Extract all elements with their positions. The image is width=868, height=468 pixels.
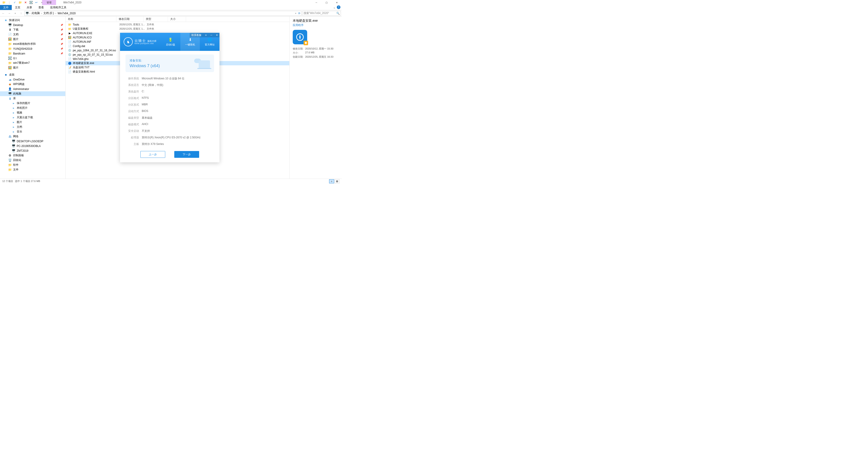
disk-icon[interactable]: 💽 [29, 0, 33, 5]
info-key: 启动方式 [125, 110, 142, 113]
window-close-button[interactable]: ✕ [332, 0, 342, 5]
nav-label: 桌面 [9, 73, 14, 76]
nav-software[interactable]: 📁软件 [0, 162, 65, 167]
nav-files[interactable]: 📁文件 [0, 167, 65, 172]
breadcrumb[interactable]: 文档 (E:) [42, 11, 55, 15]
nav-lib-item[interactable]: ▸图片 [0, 120, 65, 125]
address-bar[interactable]: 🖥️ › 此电脑 › 文档 (E:) › Win7x64_2020 ▾ ⟳ [24, 11, 302, 16]
nav-quick-item[interactable]: 📁Bandicam📌 [0, 51, 65, 56]
meta-key: 大小: [293, 51, 305, 55]
info-row: 主板英特尔 X79 Series [125, 141, 214, 148]
nav-this-pc[interactable]: 🖥️此电脑 [0, 91, 65, 96]
nav-lib-item[interactable]: ▸本机照片 [0, 105, 65, 110]
search-icon[interactable]: 🔍 [336, 12, 340, 15]
refresh-icon[interactable]: ⟳ [298, 12, 301, 15]
file-name: AUTORUN.EXE [73, 32, 118, 35]
nav-network-item[interactable]: 🖥️PC-20190530OBLA [0, 144, 65, 148]
check-icon[interactable]: ✓ [12, 0, 17, 5]
ribbon-collapse-icon[interactable]: ⌄ [333, 6, 336, 9]
nav-forward-button[interactable]: → [7, 11, 12, 16]
view-large-icon[interactable]: ▦ [335, 179, 340, 183]
wps-icon: ◆ [8, 83, 12, 86]
help-icon[interactable]: ? [337, 5, 340, 9]
info-row: 处理器英特尔(R) Xeon(R) CPU E5-2670 v2 @ 2.50G… [125, 134, 214, 141]
close-red-icon[interactable]: ✕ [23, 0, 28, 5]
file-icon: 💿 [68, 49, 71, 52]
lib-icon: ▸ [12, 106, 16, 110]
dialog-contact-button[interactable]: 联系客服 [190, 33, 203, 37]
nav-lib-item[interactable]: ▸音乐 [0, 129, 65, 134]
tab-app-tools[interactable]: 应用程序工具 [47, 5, 70, 10]
breadcrumb[interactable]: Win7x64_2020 [57, 12, 76, 15]
col-name[interactable]: 名称 [66, 17, 116, 22]
maximize-button[interactable]: ▢ [321, 0, 332, 5]
nav-network-item[interactable]: 🖥️ZMT2019 [0, 148, 65, 153]
details-title: 本地硬盘安装.exe [293, 19, 339, 23]
minimize-button[interactable]: ─ [311, 0, 321, 5]
nav-up-button[interactable]: ↑ [19, 11, 24, 16]
item-icon: 📁 [8, 42, 12, 46]
nav-onedrive[interactable]: ☁OneDrive [0, 77, 65, 82]
folder-icon[interactable]: 📁 [1, 0, 6, 5]
nav-network[interactable]: 🖧网络 [0, 134, 65, 139]
dialog-minimize-button[interactable]: ─ [209, 33, 214, 37]
file-name: Config.dat [73, 44, 118, 48]
nav-lib-item[interactable]: ▸保存的图片 [0, 101, 65, 105]
nav-admin[interactable]: 👤Administrator [0, 87, 65, 91]
next-step-button[interactable]: 下一步 [174, 151, 199, 158]
nav-recent-dropdown[interactable]: ▾ [13, 11, 18, 16]
info-value: 中文 (简体，中国) [142, 83, 214, 87]
tab-share[interactable]: 共享 [24, 5, 35, 10]
nav-quick-item[interactable]: 📄文档📌 [0, 32, 65, 37]
search-box[interactable]: 搜索"Win7x64_2020" 🔍 [303, 11, 341, 16]
nav-quick-item[interactable]: 🖥️Desktop📌 [0, 23, 65, 27]
lib-icon: ▸ [12, 121, 16, 124]
nav-quick-item[interactable]: 📁YUNQISHI2019📌 [0, 46, 65, 51]
addr-dropdown-icon[interactable]: ▾ [295, 12, 296, 14]
nav-quick-item[interactable]: 📁excel表格制作求和📌 [0, 41, 65, 46]
nav-desktop[interactable]: ■桌面 [0, 72, 65, 77]
view-details-icon[interactable]: ≡ [329, 179, 334, 183]
col-type[interactable]: 类型 [144, 17, 168, 22]
file-row[interactable]: 📁U盘安装教程2020/12/25, 星期五 1...文件夹 [66, 27, 289, 31]
nav-quick-item[interactable]: 🖼️图片 [0, 65, 65, 70]
dialog-close-button[interactable]: ✕ [214, 33, 219, 37]
ribbon-context-tab[interactable]: 管理 [42, 0, 56, 5]
nav-wps[interactable]: ◆WPS网盘 [0, 82, 65, 87]
nav-label: 快速访问 [9, 18, 20, 22]
info-value: NTFS [142, 96, 214, 100]
nav-network-item[interactable]: 🖥️DESKTOP-LSSOEDP [0, 139, 65, 144]
divider-icon: | [7, 0, 12, 5]
dialog-header: 联系客服 ≡ ─ ✕ ♞ 云骑士 装机大师 www.yunqishi.net 🔋… [120, 33, 219, 51]
tab-view[interactable]: 查看 [35, 5, 47, 10]
info-value: C: [142, 90, 214, 94]
nav-back-button[interactable]: ← [1, 11, 6, 16]
dialog-tab-usb[interactable]: 🔋启动U盘 [161, 33, 180, 51]
nav-quick-item[interactable]: ⬇下载📌 [0, 27, 65, 32]
nav-libraries[interactable]: ▮库 [0, 96, 65, 101]
info-key: 系统语言 [125, 83, 142, 87]
nav-recycle-bin[interactable]: 🗑️回收站 [0, 158, 65, 162]
file-row[interactable]: 📁Tools2020/12/25, 星期五 1...文件夹 [66, 22, 289, 27]
folder2-icon[interactable]: 📁 [18, 0, 23, 5]
meta-key: 修改日期: [293, 47, 305, 51]
breadcrumb[interactable]: 此电脑 [31, 11, 41, 15]
nav-lib-item[interactable]: ▸视频 [0, 110, 65, 115]
tab-file[interactable]: 文件 [0, 5, 12, 10]
prev-step-button[interactable]: 上一步 [141, 151, 165, 158]
undo-icon[interactable]: ↩ [34, 0, 39, 5]
tab-home[interactable]: 主页 [12, 5, 24, 10]
dialog-menu-icon[interactable]: ≡ [203, 33, 209, 37]
nav-quick-item[interactable]: 💽G:\ [0, 56, 65, 61]
nav-quick-item[interactable]: 🖼️图片📌 [0, 37, 65, 41]
shield-badge-icon [304, 41, 308, 45]
nav-label: 控制面板 [13, 154, 24, 157]
nav-label: 文档 [13, 33, 19, 36]
nav-lib-item[interactable]: ▸天翼云盘下载 [0, 115, 65, 120]
nav-quick-item[interactable]: 📁win7重装win7 [0, 61, 65, 65]
col-size[interactable]: 大小 [168, 17, 186, 22]
nav-control-panel[interactable]: ⚙控制面板 [0, 153, 65, 158]
nav-quick-access[interactable]: ★快速访问 [0, 18, 65, 23]
nav-lib-item[interactable]: ▸文档 [0, 125, 65, 129]
col-date[interactable]: 修改日期 [116, 17, 144, 22]
